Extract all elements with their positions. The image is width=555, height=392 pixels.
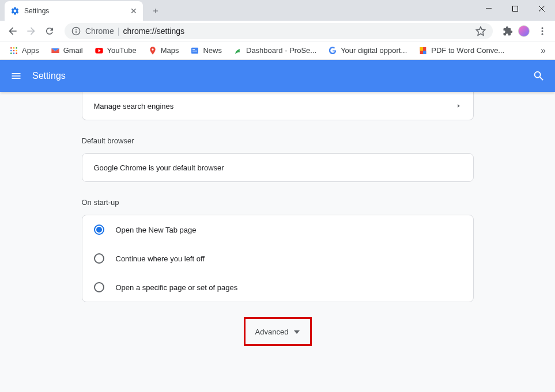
close-window-button[interactable]: [528, 0, 555, 17]
address-bar[interactable]: Chrome | chrome://settings: [65, 23, 493, 39]
svg-point-9: [542, 33, 543, 35]
svg-point-17: [13, 52, 15, 54]
leaf-icon: [233, 46, 243, 55]
svg-point-7: [542, 27, 543, 29]
tab-close-button[interactable]: ✕: [129, 6, 138, 16]
manage-search-engines-row[interactable]: Manage search engines: [82, 92, 473, 120]
bookmark-label: Dashboard - ProSe...: [246, 46, 316, 55]
svg-rect-1: [513, 6, 518, 12]
bookmark-apps[interactable]: Apps: [5, 44, 44, 58]
default-browser-status: Google Chrome is your default browser: [82, 154, 473, 181]
bookmark-pdf[interactable]: PDF to Word Conve...: [414, 44, 509, 58]
reload-button[interactable]: [41, 23, 58, 39]
google-icon: [328, 46, 337, 55]
svg-point-20: [152, 48, 153, 50]
startup-option-continue[interactable]: Continue where you left off: [82, 244, 473, 273]
section-on-startup: On start-up: [82, 198, 474, 207]
minimize-button[interactable]: [475, 0, 502, 17]
bookmark-label: Gmail: [63, 46, 83, 55]
startup-option-specific[interactable]: Open a specific page or set of pages: [82, 273, 473, 302]
svg-rect-22: [192, 49, 195, 50]
maps-icon: [148, 46, 157, 55]
gmail-icon: [51, 46, 60, 55]
extensions-button[interactable]: [502, 25, 514, 37]
news-icon: [190, 46, 199, 55]
bookmark-label: Your digital opport...: [341, 46, 407, 55]
browser-toolbar: Chrome | chrome://settings: [0, 21, 555, 41]
bookmark-label: News: [203, 46, 222, 55]
radio-label: Open the New Tab page: [116, 226, 197, 234]
gear-icon: [10, 6, 20, 16]
radio-button[interactable]: [94, 253, 104, 264]
svg-rect-26: [423, 51, 426, 54]
apps-icon: [9, 46, 18, 55]
bookmark-youtube[interactable]: YouTube: [90, 44, 141, 58]
site-info-icon[interactable]: [71, 26, 81, 36]
svg-rect-6: [75, 31, 76, 33]
pdf-icon: [418, 46, 428, 55]
maximize-button[interactable]: [502, 0, 528, 17]
radio-button[interactable]: [94, 282, 104, 292]
new-tab-button[interactable]: [148, 3, 164, 19]
browser-tab[interactable]: Settings ✕: [5, 1, 143, 21]
bookmark-star-button[interactable]: [475, 26, 486, 36]
forward-button[interactable]: [23, 23, 39, 39]
bookmark-label: PDF to Word Conve...: [431, 46, 504, 55]
bookmark-label: Maps: [161, 46, 179, 55]
back-button[interactable]: [5, 23, 21, 39]
bookmark-label: YouTube: [107, 46, 137, 55]
svg-rect-23: [192, 51, 197, 51]
svg-point-5: [75, 29, 77, 30]
bookmark-label: Apps: [22, 46, 39, 55]
browser-menu-button[interactable]: [534, 26, 550, 36]
youtube-icon: [95, 46, 104, 55]
bookmarks-overflow-button[interactable]: »: [536, 43, 550, 58]
startup-option-newtab[interactable]: Open the New Tab page: [82, 215, 473, 244]
page-title: Settings: [32, 71, 532, 81]
svg-rect-25: [420, 47, 423, 51]
tab-title: Settings: [24, 7, 124, 15]
svg-point-15: [16, 50, 17, 51]
advanced-toggle-button[interactable]: Advanced: [240, 322, 315, 342]
menu-button[interactable]: [9, 69, 23, 83]
window-titlebar: Settings ✕: [0, 0, 555, 21]
search-button[interactable]: [532, 69, 546, 83]
svg-point-12: [16, 47, 17, 49]
svg-point-8: [542, 30, 543, 32]
row-label: Google Chrome is your default browser: [94, 163, 224, 172]
url-text: Chrome | chrome://settings: [85, 26, 184, 36]
window-controls: [475, 0, 555, 17]
bookmark-maps[interactable]: Maps: [144, 44, 184, 58]
profile-avatar[interactable]: [518, 25, 530, 37]
svg-point-18: [16, 52, 17, 54]
svg-point-13: [10, 50, 12, 51]
chevron-right-icon: [456, 102, 462, 110]
radio-label: Continue where you left off: [116, 254, 205, 263]
bookmark-digital[interactable]: Your digital opport...: [323, 44, 411, 58]
svg-point-11: [13, 47, 15, 49]
advanced-label: Advanced: [255, 328, 289, 336]
settings-content[interactable]: Manage search engines Default browser Go…: [0, 92, 555, 392]
svg-point-10: [10, 47, 12, 49]
caret-down-icon: [294, 330, 300, 334]
settings-header: Settings: [0, 60, 555, 92]
section-default-browser: Default browser: [82, 136, 474, 145]
bookmark-news[interactable]: News: [186, 44, 226, 58]
svg-point-16: [10, 52, 12, 54]
row-label: Manage search engines: [94, 102, 174, 111]
bookmark-dashboard[interactable]: Dashboard - ProSe...: [229, 44, 321, 58]
svg-point-14: [13, 50, 15, 51]
radio-label: Open a specific page or set of pages: [116, 283, 238, 292]
bookmarks-bar: Apps Gmail YouTube Maps News Dashboard -…: [0, 41, 555, 60]
radio-button[interactable]: [94, 224, 104, 235]
bookmark-gmail[interactable]: Gmail: [46, 44, 88, 58]
